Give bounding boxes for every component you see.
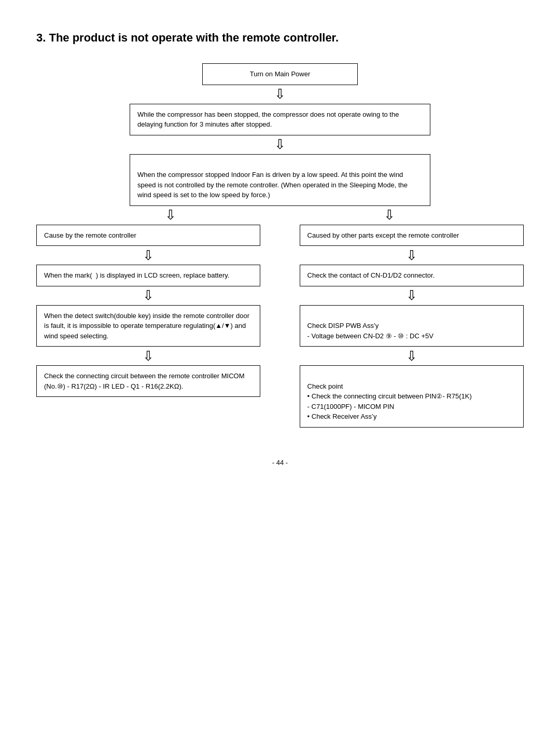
split-arrows: [36, 206, 524, 225]
box-right-box1: Check the contact of CN-D1/D2 connector.: [300, 265, 524, 286]
arrow-right-icon-1: [406, 247, 417, 264]
page-number: - 44 -: [36, 459, 524, 466]
box-right-box3: Check point • Check the connecting circu…: [300, 365, 524, 428]
arrow-down-icon-left: [165, 207, 176, 223]
arrow-left-2: [143, 286, 154, 305]
arrow-down-icon: [274, 86, 286, 102]
arrow-right-2: [406, 286, 417, 305]
box-indoor-fan: When the compressor stopped Indoor Fan i…: [130, 154, 430, 206]
flow-diagram: Turn on Main Power While the compressor …: [36, 63, 524, 428]
arrow-left-3: [143, 347, 154, 365]
right-branch: Caused by other parts except the remote …: [300, 225, 524, 428]
box-compressor-delay: While the compressor has been stopped, t…: [130, 104, 430, 135]
arrow-down-icon-2: [274, 136, 286, 153]
page-title: 3. The product is not operate with the r…: [36, 31, 524, 45]
arrow-down-icon-right: [384, 207, 395, 223]
arrow-right-1: [406, 246, 417, 265]
arrow-left-icon-1: [143, 247, 154, 264]
step2-container: While the compressor has been stopped, t…: [36, 104, 524, 135]
box-turn-on-power: Turn on Main Power: [202, 63, 358, 85]
arrow-right-3: [406, 347, 417, 365]
arrow-right-icon-3: [406, 348, 417, 364]
arrow-1: [274, 85, 286, 104]
arrow-left-icon-2: [143, 287, 154, 304]
box-right-box2: Check DISP PWB Ass’y - Voltage between C…: [300, 305, 524, 347]
arrow-left-1: [143, 246, 154, 265]
box-left-label: Cause by the remote controller: [36, 225, 260, 246]
branch-labels-row: Cause by the remote controller When the …: [36, 225, 524, 428]
arrow-left-split: [78, 206, 264, 225]
box-left-box2: When the detect switch(double key) insid…: [36, 305, 260, 347]
box-left-box1: When the mark( ) is displayed in LCD scr…: [36, 265, 260, 286]
arrow-2: [274, 135, 286, 154]
arrow-left-icon-3: [143, 348, 154, 364]
arrow-right-split: [296, 206, 482, 225]
box-left-box3: Check the connecting circuit between the…: [36, 365, 260, 397]
arrow-right-icon-2: [406, 287, 417, 304]
box-right-label: Caused by other parts except the remote …: [300, 225, 524, 246]
step1-container: Turn on Main Power: [36, 63, 524, 85]
left-branch: Cause by the remote controller When the …: [36, 225, 260, 397]
step3-container: When the compressor stopped Indoor Fan i…: [36, 154, 524, 206]
